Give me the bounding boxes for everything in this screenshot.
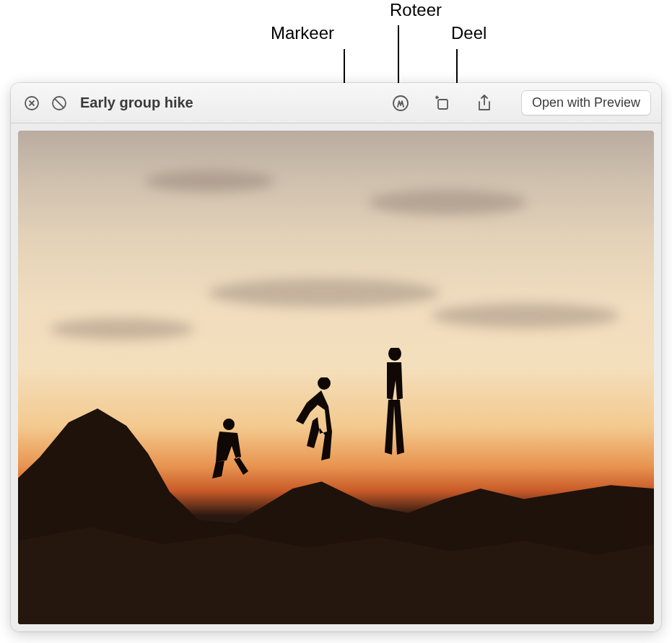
close-icon — [24, 95, 40, 111]
image-area — [11, 123, 661, 631]
markup-button[interactable] — [388, 91, 413, 115]
svg-rect-6 — [438, 100, 448, 109]
toolbar-right: Open with Preview — [388, 90, 651, 115]
person-bending — [285, 377, 336, 464]
person-standing — [374, 348, 410, 460]
preview-image — [18, 131, 654, 624]
callout-share-label: Deel — [451, 23, 486, 43]
open-with-preview-button[interactable]: Open with Preview — [521, 90, 651, 115]
svg-line-4 — [55, 98, 64, 108]
no-entry-icon — [51, 95, 67, 111]
markup-icon — [391, 94, 410, 113]
rotate-button[interactable] — [430, 91, 455, 115]
file-title: Early group hike — [80, 95, 193, 111]
cloud-decoration — [50, 318, 194, 340]
person-sitting — [209, 417, 252, 482]
callout-labels: Markeer Roteer Deel — [0, 0, 672, 83]
rotate-icon — [433, 94, 452, 113]
close-button[interactable] — [21, 92, 43, 114]
cloud-decoration — [209, 279, 440, 307]
no-entry-button[interactable] — [48, 92, 70, 114]
window-toolbar: Early group hike Open — [11, 83, 661, 123]
rock-silhouette — [18, 388, 654, 624]
svg-point-5 — [393, 96, 408, 110]
share-button[interactable] — [472, 91, 497, 115]
cloud-decoration — [145, 170, 275, 192]
callout-rotate-label: Roteer — [390, 0, 442, 20]
toolbar-left: Early group hike — [21, 92, 381, 114]
cloud-decoration — [432, 303, 619, 328]
quick-look-window: Early group hike Open — [11, 83, 661, 631]
share-icon — [476, 94, 493, 113]
callout-markup-label: Markeer — [271, 23, 334, 43]
cloud-decoration — [368, 190, 527, 215]
